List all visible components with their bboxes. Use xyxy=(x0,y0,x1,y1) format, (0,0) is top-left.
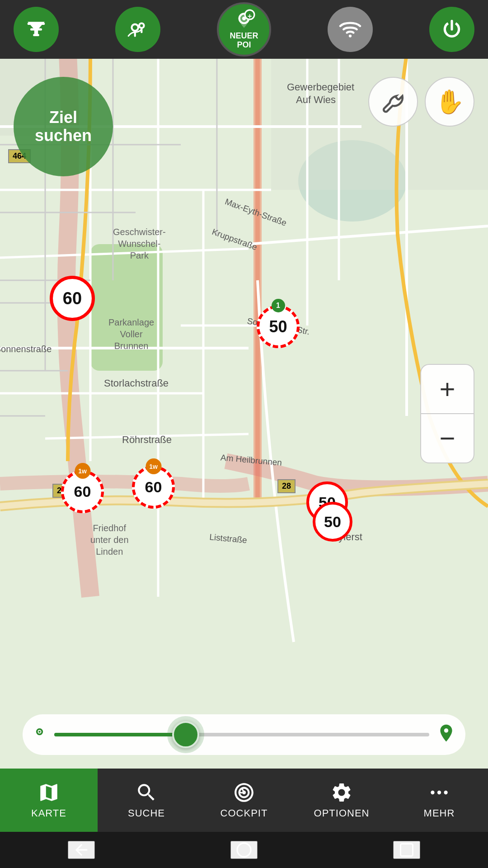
route-slider[interactable] xyxy=(23,714,465,755)
android-nav-bar xyxy=(0,832,488,868)
slider-thumb[interactable] xyxy=(172,721,199,748)
cockpit-icon xyxy=(233,781,255,804)
svg-rect-10 xyxy=(90,244,163,371)
android-home-button[interactable] xyxy=(230,841,258,859)
bottom-nav: KARTE SUCHE COCKPIT OPTIONEN MEHR xyxy=(0,769,488,832)
zoom-out-button[interactable]: − xyxy=(420,414,474,463)
mehr-icon xyxy=(428,781,450,804)
nav-suche[interactable]: SUCHE xyxy=(98,769,195,832)
svg-point-41 xyxy=(437,791,441,794)
slider-start-icon xyxy=(32,725,47,744)
nav-karte-label: KARTE xyxy=(31,807,66,819)
zoom-in-button[interactable]: + xyxy=(420,364,474,414)
wrench-button[interactable] xyxy=(368,77,418,127)
filter-icon xyxy=(25,18,47,41)
hand-button[interactable]: ✋ xyxy=(425,77,474,127)
svg-rect-44 xyxy=(401,844,413,856)
filter-button[interactable] xyxy=(14,7,59,52)
speed-sign-50-3: 50 xyxy=(313,502,352,542)
ziel-suchen-label: Zielsuchen xyxy=(35,108,92,144)
svg-point-43 xyxy=(237,843,251,857)
neuer-poi-label1: NEUER xyxy=(230,32,258,41)
wifi-icon xyxy=(339,18,361,41)
zoom-controls: + − xyxy=(420,364,474,463)
android-back-button[interactable] xyxy=(68,841,95,859)
speed-sign-60-2: 1w 60 xyxy=(61,470,104,513)
nav-karte[interactable]: KARTE xyxy=(0,769,98,832)
slider-fill xyxy=(54,733,186,736)
neuer-poi-label2: POI xyxy=(237,41,251,50)
power-button[interactable] xyxy=(429,7,474,52)
map-area[interactable]: Gewerbegebiet Auf Wies Geschwister-Wunsc… xyxy=(0,59,488,769)
svg-point-0 xyxy=(131,24,138,31)
karte-icon xyxy=(38,781,60,804)
wifi-button[interactable] xyxy=(328,7,373,52)
neuer-poi-icon: + xyxy=(233,9,255,32)
speed-sign-60-1: 60 xyxy=(50,276,95,321)
nav-cockpit[interactable]: COCKPIT xyxy=(195,769,293,832)
recent-icon xyxy=(399,842,415,858)
svg-point-40 xyxy=(431,791,434,794)
nav-mehr-label: MEHR xyxy=(424,807,455,819)
poi-list-button[interactable] xyxy=(115,7,160,52)
hand-icon: ✋ xyxy=(435,90,465,113)
map-tools: ✋ xyxy=(368,77,474,127)
nav-optionen-label: OPTIONEN xyxy=(314,807,370,819)
neuer-poi-button[interactable]: + NEUER POI xyxy=(217,2,271,57)
home-icon xyxy=(235,841,253,859)
power-icon xyxy=(441,18,463,41)
svg-point-6 xyxy=(349,34,352,37)
slider-track[interactable] xyxy=(54,733,429,736)
android-recent-button[interactable] xyxy=(393,841,420,859)
slider-end-icon xyxy=(436,723,456,747)
back-icon xyxy=(72,841,90,859)
svg-point-39 xyxy=(38,731,40,732)
ziel-suchen-button[interactable]: Zielsuchen xyxy=(14,77,113,176)
optionen-icon xyxy=(330,781,353,804)
poi-list-icon xyxy=(127,18,149,41)
svg-text:+: + xyxy=(248,12,252,20)
nav-optionen[interactable]: OPTIONEN xyxy=(293,769,390,832)
nav-mehr[interactable]: MEHR xyxy=(390,769,488,832)
badge-28: 28 xyxy=(277,479,296,493)
nav-suche-label: SUCHE xyxy=(128,807,165,819)
svg-point-42 xyxy=(444,791,447,794)
nav-cockpit-label: COCKPIT xyxy=(221,807,268,819)
location-dot-icon xyxy=(32,725,47,741)
top-bar: + NEUER POI xyxy=(0,0,488,59)
wrench-icon xyxy=(381,90,406,114)
speed-sign-50-1: 1 50 xyxy=(257,305,300,348)
suche-icon xyxy=(135,781,158,804)
destination-icon xyxy=(436,723,456,743)
speed-sign-60-3: 1w 60 xyxy=(132,466,175,509)
